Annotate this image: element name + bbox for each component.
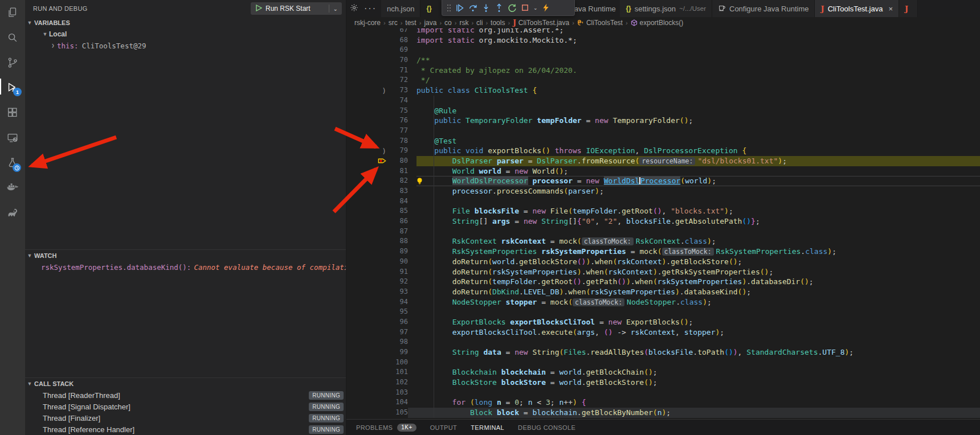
gutter-decoration-slot[interactable] xyxy=(371,247,387,257)
code-line[interactable]: 91 doReturn(rskSystemProperties).when(rs… xyxy=(346,267,980,277)
gutter-decoration-slot[interactable] xyxy=(371,257,387,267)
code-line[interactable]: 87 xyxy=(346,227,980,237)
code-line[interactable]: 71 * Created by ajlopez on 26/04/2020. xyxy=(346,65,980,76)
code-text[interactable] xyxy=(416,358,980,368)
gutter-decoration-slot[interactable] xyxy=(371,166,387,177)
gutter-decoration-slot[interactable] xyxy=(371,388,387,398)
line-number[interactable]: 69 xyxy=(387,45,408,55)
line-number[interactable]: 101 xyxy=(387,367,408,377)
gutter-decoration-slot[interactable] xyxy=(371,186,387,196)
code-text[interactable]: */ xyxy=(416,75,980,85)
line-number[interactable]: 97 xyxy=(387,327,408,338)
gutter-decoration-slot[interactable] xyxy=(371,196,387,207)
code-text[interactable]: doReturn(tempFolder.getRoot().getPath())… xyxy=(416,277,980,287)
extensions-icon[interactable] xyxy=(0,100,25,125)
line-number[interactable]: 90 xyxy=(387,257,408,267)
gutter-decoration-slot[interactable] xyxy=(371,176,387,186)
gradle-icon[interactable] xyxy=(0,200,25,225)
gutter-decoration-slot[interactable] xyxy=(371,327,387,338)
code-text[interactable] xyxy=(416,307,980,317)
gutter-decoration-slot[interactable] xyxy=(371,206,387,216)
code-line[interactable]: 104 for (long n = 0; n < 3; n++) { xyxy=(346,397,980,408)
code-text[interactable]: RskContext rskContext = mock(classToMock… xyxy=(416,236,980,247)
code-line[interactable]: 96 ExportBlocks exportBlocksCliTool = ne… xyxy=(346,317,980,327)
code-text[interactable] xyxy=(416,126,980,136)
drag-handle-icon[interactable] xyxy=(447,4,451,12)
breadcrumb-item[interactable]: co xyxy=(444,19,452,27)
code-text[interactable]: doReturn(rskSystemProperties).when(rskCo… xyxy=(416,267,980,277)
code-text[interactable]: BlockStore blockStore = world.getBlockSt… xyxy=(416,377,980,388)
gutter-decoration-slot[interactable] xyxy=(371,408,387,418)
gear-icon[interactable] xyxy=(350,3,358,14)
step-over-icon[interactable] xyxy=(468,3,477,13)
code-text[interactable]: import static org.mockito.Mockito.*; xyxy=(416,35,980,46)
variable-this[interactable]: ❯ this: CliToolsTest@29 xyxy=(25,40,346,51)
gutter-decoration-slot[interactable] xyxy=(371,377,387,388)
line-number[interactable]: 84 xyxy=(387,196,408,207)
code-line[interactable]: 93 doReturn(DbKind.LEVEL_DB).when(rskSys… xyxy=(346,287,980,297)
gutter-decoration-slot[interactable] xyxy=(371,75,387,85)
gutter-decoration-slot[interactable] xyxy=(371,227,387,237)
breadcrumb-item[interactable]: rsk xyxy=(459,19,468,27)
code-line[interactable]: 85 File blocksFile = new File(tempFolder… xyxy=(346,206,980,216)
gutter-decoration-slot[interactable] xyxy=(371,287,387,297)
breadcrumb-file[interactable]: CliToolsTest.java xyxy=(518,19,569,27)
remote-explorer-icon[interactable] xyxy=(0,125,25,150)
watch-expression-row[interactable]: rskSystemProperties.databaseKind(): Cann… xyxy=(25,261,346,273)
gutter-decoration-slot[interactable] xyxy=(371,96,387,106)
code-text[interactable]: Block block = blockchain.getBlockByNumbe… xyxy=(416,408,980,418)
code-line[interactable]: 105 Block block = blockchain.getBlockByN… xyxy=(346,408,980,418)
line-number[interactable]: 94 xyxy=(387,297,408,307)
code-line[interactable]: 84 xyxy=(346,196,980,207)
code-line[interactable]: )73public class CliToolsTest { xyxy=(346,85,980,96)
code-text[interactable]: World world = new World(); xyxy=(416,166,980,177)
code-line[interactable]: 92 doReturn(tempFolder.getRoot().getPath… xyxy=(346,277,980,287)
code-text[interactable] xyxy=(416,96,980,106)
gutter-decoration-slot[interactable] xyxy=(371,106,387,116)
code-text[interactable]: String data = new String(Files.readAllBy… xyxy=(416,347,980,358)
breadcrumb-item[interactable]: cli xyxy=(476,19,483,27)
line-number[interactable]: 93 xyxy=(387,287,408,297)
watch-section-header[interactable]: ▼ WATCH xyxy=(25,250,346,261)
run-and-debug-icon[interactable]: 1 xyxy=(0,75,25,100)
code-line[interactable]: 100 xyxy=(346,358,980,368)
testing-icon[interactable] xyxy=(0,150,25,175)
gutter-decoration-slot[interactable] xyxy=(371,65,387,76)
gutter-decoration-slot[interactable] xyxy=(371,307,387,317)
code-text[interactable]: exportBlocksCliTool.execute(args, () -> … xyxy=(416,327,980,338)
breadcrumb-item[interactable]: tools xyxy=(491,19,505,27)
breadcrumb-item[interactable]: java xyxy=(424,19,436,27)
call-stack-thread[interactable]: Thread [Reference Handler]RUNNING xyxy=(25,424,346,435)
line-number[interactable]: 103 xyxy=(387,388,408,398)
code-text[interactable]: /** xyxy=(416,55,980,65)
gutter-decoration-slot[interactable] xyxy=(371,116,387,126)
line-number[interactable]: 70 xyxy=(387,55,408,65)
gutter-decoration-slot[interactable] xyxy=(371,236,387,247)
code-line[interactable]: 77 xyxy=(346,126,980,136)
hot-code-replace-icon[interactable] xyxy=(542,3,550,12)
code-line[interactable]: 101 Blockchain blockchain = world.getBlo… xyxy=(346,367,980,377)
files-icon[interactable] xyxy=(0,0,25,25)
code-text[interactable] xyxy=(416,337,980,347)
line-number[interactable]: 104 xyxy=(387,397,408,408)
code-text[interactable]: @Test xyxy=(416,136,980,146)
gutter-decoration-slot[interactable] xyxy=(371,277,387,287)
line-number[interactable]: 80 xyxy=(387,156,408,166)
line-number[interactable]: 79 xyxy=(387,146,408,156)
breadcrumb-item[interactable]: rskj-core xyxy=(354,19,381,27)
code-line[interactable]: 95 xyxy=(346,307,980,317)
tab-partial-java[interactable]: J xyxy=(899,0,918,17)
gutter-decoration-slot[interactable] xyxy=(371,367,387,377)
docker-icon[interactable] xyxy=(0,175,25,200)
source-control-icon[interactable] xyxy=(0,50,25,75)
start-debugging-icon[interactable] xyxy=(255,5,262,13)
code-line[interactable]: 90 doReturn(world.getBlockStore()).when(… xyxy=(346,257,980,267)
scope-local[interactable]: ▼ Local xyxy=(25,28,346,40)
code-text[interactable]: String[] args = new String[]{"0", "2", b… xyxy=(416,216,980,227)
code-text[interactable]: File blocksFile = new File(tempFolder.ge… xyxy=(416,206,980,216)
code-text[interactable] xyxy=(416,227,980,237)
gutter-decoration-slot[interactable] xyxy=(371,397,387,408)
code-text[interactable]: NodeStopper stopper = mock(classToMock:N… xyxy=(416,297,980,307)
call-stack-thread[interactable]: Thread [Signal Dispatcher]RUNNING xyxy=(25,401,346,412)
lightbulb-icon[interactable] xyxy=(416,177,423,188)
